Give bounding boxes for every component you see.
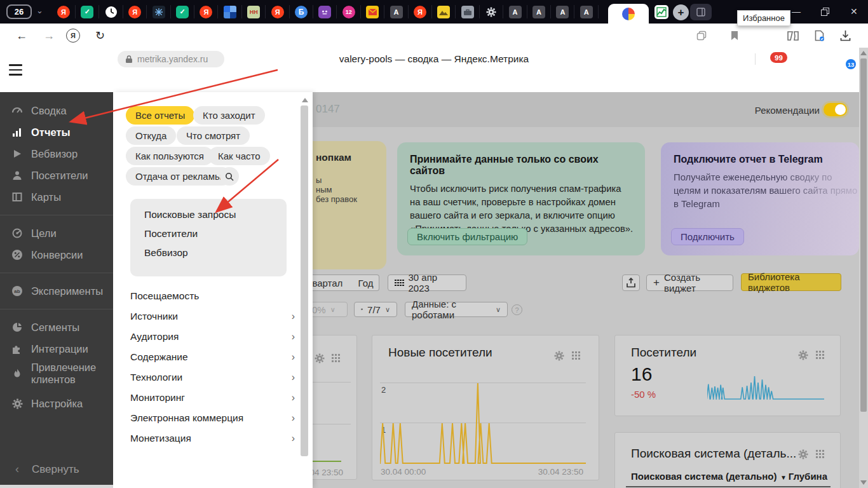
favicon-check-icon[interactable]: ✓ (171, 5, 194, 18)
widget-settings-gear-icon[interactable] (798, 350, 808, 363)
favorite-report-item[interactable]: Вебвизор (144, 243, 287, 262)
collections-button[interactable] (787, 24, 799, 48)
downloads-button[interactable] (840, 24, 851, 48)
favicon-ya-icon[interactable]: Я (409, 5, 432, 18)
report-menu-item[interactable]: Аудитория› (130, 327, 295, 347)
active-tab[interactable] (608, 4, 649, 24)
yandex-services-button[interactable]: Я (66, 24, 80, 48)
filter-chip[interactable]: Отдача от рекламы (126, 167, 231, 186)
panel-scroll-up-arrow[interactable] (302, 98, 308, 102)
forward-button[interactable]: → (43, 24, 55, 48)
filter-chip[interactable]: Что смотрят (177, 126, 250, 145)
favicon-img-icon[interactable] (432, 5, 456, 18)
sidebar-item-flame[interactable]: Привлечение клиентов (0, 360, 113, 388)
sidebar-item-target[interactable]: Цели (0, 222, 113, 244)
favicon-ya-icon[interactable]: Я (52, 5, 76, 18)
favicon-mosaic-icon[interactable] (219, 5, 242, 18)
report-menu-item[interactable]: Источники› (130, 306, 295, 327)
favicon-a-icon[interactable]: А (385, 5, 409, 18)
search-engine-col1-header[interactable]: Поисковая система (детально) (631, 471, 776, 482)
sampling-select[interactable]: 7/7∨ (354, 302, 397, 317)
widget-drag-handle-icon[interactable] (816, 351, 824, 359)
create-widget-button[interactable]: +Создать виджет (646, 274, 733, 291)
date-picker-button[interactable]: 30 апр 2023 (388, 274, 466, 291)
favicon-ya-icon[interactable]: Я (266, 5, 290, 18)
enable-filtering-button[interactable]: Включить фильтрацию (407, 228, 527, 245)
filter-chip[interactable]: Как часто (208, 147, 270, 165)
widget-drag-handle-icon[interactable] (332, 354, 340, 362)
sidebar-item-puzzle[interactable]: Интеграции (0, 338, 113, 360)
search-engine-col2-header[interactable]: ▼ Глубина (780, 471, 827, 482)
filter-chip[interactable]: Как пользуются (126, 147, 214, 165)
widget-settings-gear-icon[interactable] (554, 351, 564, 363)
favicon-ya-icon[interactable]: Я (194, 5, 218, 18)
filter-chip[interactable]: Все отчеты (126, 106, 194, 125)
filter-chip[interactable]: Откуда (126, 126, 176, 145)
favorite-report-item[interactable]: Посетители (144, 224, 287, 243)
sidebar-item-cards[interactable]: Карты (0, 186, 113, 208)
hamburger-menu-icon[interactable] (9, 64, 22, 79)
sidebar-item-gauge[interactable]: Сводка (0, 100, 113, 121)
collapse-sidebar-button[interactable]: ‹Свернуть (0, 463, 79, 476)
report-menu-item[interactable]: Содержание› (130, 347, 295, 367)
favicon-b-icon[interactable]: Б (290, 5, 313, 18)
page-scrollbar-thumb[interactable] (860, 58, 867, 412)
tab-counter-button[interactable]: 26 (6, 4, 32, 19)
period-year-button[interactable]: Год (353, 274, 379, 291)
back-button[interactable]: ← (16, 24, 27, 48)
favicon-case-icon[interactable] (456, 5, 480, 18)
favicon-web-icon[interactable] (147, 5, 171, 18)
restore-button[interactable] (821, 8, 829, 18)
favorites-panel-button[interactable] (690, 4, 712, 20)
favicon-a-icon[interactable]: А (504, 5, 527, 18)
bookmark-button[interactable] (731, 24, 738, 48)
favicon-a-icon[interactable]: А (527, 5, 551, 18)
favicon-mail-icon[interactable] (361, 5, 384, 18)
search-chip[interactable] (220, 167, 239, 186)
favicon-check-icon[interactable]: ✓ (76, 5, 99, 18)
new-tab-button[interactable]: + (673, 4, 689, 20)
recommendations-toggle[interactable] (824, 103, 847, 116)
sidebar-item-gear[interactable]: Настройка (0, 393, 113, 414)
sidebar-item-ab[interactable]: abЭксперименты (0, 280, 113, 302)
close-button[interactable]: ✕ (850, 6, 858, 17)
report-menu-item[interactable]: Электронная коммерция› (130, 408, 295, 428)
panel-scrollbar-thumb[interactable] (301, 105, 308, 456)
connect-telegram-button[interactable]: Подключить (671, 228, 744, 245)
sidebar-item-percent[interactable]: Конверсии (0, 244, 113, 266)
sidebar-item-person[interactable]: Посетители (0, 165, 113, 186)
sidebar-item-pie[interactable]: Сегменты (0, 316, 113, 338)
widget-settings-gear-icon[interactable] (798, 449, 808, 462)
sidebar-item-play[interactable]: Вебвизор (0, 143, 113, 165)
widget-library-button[interactable]: Библиотека виджетов (741, 273, 841, 291)
widget-settings-gear-icon[interactable] (315, 353, 325, 366)
scroll-up-arrow[interactable] (860, 51, 867, 55)
report-menu-item[interactable]: Монетизация› (130, 428, 295, 449)
sidebar-item-bars[interactable]: Отчеты (0, 121, 113, 143)
scroll-down-arrow[interactable] (860, 480, 867, 485)
reader-button[interactable] (815, 24, 824, 48)
favicon-a-icon[interactable]: А (551, 5, 574, 18)
export-button[interactable] (622, 274, 640, 291)
widget-drag-handle-icon[interactable] (816, 450, 824, 458)
favicon-gearw-icon[interactable] (480, 5, 503, 18)
report-menu-item[interactable]: Технологии› (130, 367, 295, 388)
minimize-button[interactable]: — (792, 6, 801, 17)
report-menu-item[interactable]: Посещаемость (130, 286, 295, 306)
help-icon[interactable]: ? (512, 304, 522, 315)
filter-chip[interactable]: Кто заходит (193, 106, 265, 125)
favicon-hh-icon[interactable]: НН (242, 5, 266, 18)
data-mode-select[interactable]: Данные: с роботами∨ (405, 302, 508, 317)
tab-list-chevron-icon[interactable]: ⌄ (36, 6, 43, 15)
favicon-ya-icon[interactable]: Я (123, 5, 147, 18)
share-tab-button[interactable] (696, 24, 707, 48)
favicon-monster-icon[interactable] (313, 5, 337, 18)
favorite-report-item[interactable]: Поисковые запросы (144, 205, 287, 224)
reload-button[interactable]: ↻ (95, 24, 105, 48)
favicon-a-icon[interactable]: А (575, 5, 599, 18)
widget-drag-handle-icon[interactable] (572, 351, 580, 360)
tab-spreadsheet[interactable] (654, 5, 668, 19)
favicon-n12-icon[interactable]: 12 (337, 5, 361, 18)
report-menu-item[interactable]: Мониторинг› (130, 388, 295, 408)
url-field[interactable]: metrika.yandex.ru (118, 51, 224, 67)
